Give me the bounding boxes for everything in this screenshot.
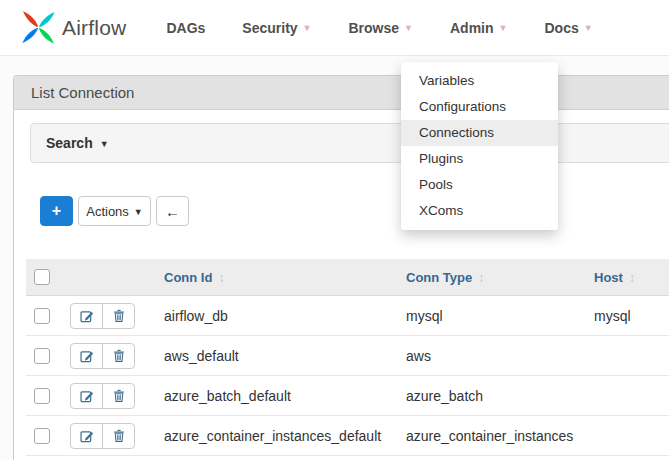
menu-item-configurations[interactable]: Configurations <box>401 94 558 120</box>
trash-icon <box>113 309 125 322</box>
nav-item-security[interactable]: Security ▼ <box>242 20 311 36</box>
host-cell: mysql <box>586 296 669 336</box>
connections-table-wrap: Conn Id↕ Conn Type↕ Host↕ airflow_dbmysq… <box>26 259 669 460</box>
conn-id-cell: azure_container_instances_default <box>156 416 398 456</box>
conn-type-cell: aws <box>398 336 586 376</box>
column-header-conn-id[interactable]: Conn Id↕ <box>156 259 398 296</box>
table-header-row: Conn Id↕ Conn Type↕ Host↕ <box>26 259 669 296</box>
add-record-button[interactable]: + <box>40 196 73 226</box>
nav-item-docs[interactable]: Docs ▼ <box>544 20 592 36</box>
host-cell <box>586 376 669 416</box>
row-actions-cell <box>64 456 156 460</box>
menu-item-connections[interactable]: Connections <box>401 120 558 146</box>
conn-id-cell: aws_default <box>156 336 398 376</box>
select-all-checkbox[interactable] <box>34 269 50 285</box>
panel-header: List Connection <box>14 76 669 110</box>
host-cell <box>586 336 669 376</box>
edit-record-button[interactable] <box>70 343 103 369</box>
toolbar: + Actions ▼ ← <box>40 196 189 226</box>
pencil-square-icon <box>80 389 94 403</box>
nav-menu: DAGs Security ▼ Browse ▼ Admin ▼ Docs ▼ <box>166 20 592 36</box>
trash-icon <box>113 349 125 362</box>
edit-record-button[interactable] <box>70 383 103 409</box>
menu-item-pools[interactable]: Pools <box>401 172 558 198</box>
delete-record-button[interactable] <box>102 383 135 409</box>
column-label: Host <box>594 270 623 285</box>
top-navbar: Airflow DAGs Security ▼ Browse ▼ Admin ▼… <box>0 0 669 56</box>
menu-item-plugins[interactable]: Plugins <box>401 146 558 172</box>
actions-header-cell <box>64 259 156 296</box>
row-select-cell <box>26 376 64 416</box>
delete-record-button[interactable] <box>102 343 135 369</box>
pencil-square-icon <box>80 309 94 323</box>
row-actions-cell <box>64 376 156 416</box>
nav-label: Admin <box>450 20 494 36</box>
airflow-brand[interactable]: Airflow <box>20 9 126 46</box>
delete-record-button[interactable] <box>102 303 135 329</box>
nav-label: Browse <box>349 20 400 36</box>
airflow-logo-icon <box>20 9 57 46</box>
table-row: azure_container_instances_defaultazure_c… <box>26 416 669 456</box>
conn-type-cell: azure_batch <box>398 376 586 416</box>
column-header-conn-type[interactable]: Conn Type↕ <box>398 259 586 296</box>
conn-id-cell <box>156 456 398 460</box>
plus-icon: + <box>52 202 61 220</box>
brand-title: Airflow <box>62 16 126 40</box>
back-button[interactable]: ← <box>156 196 189 226</box>
actions-label: Actions <box>86 204 129 219</box>
nav-label: Docs <box>544 20 578 36</box>
sort-icon[interactable]: ↕ <box>478 271 484 285</box>
nav-item-admin[interactable]: Admin ▼ <box>450 20 507 36</box>
menu-item-xcoms[interactable]: XComs <box>401 198 558 224</box>
column-header-host[interactable]: Host↕ <box>586 259 669 296</box>
connections-table: Conn Id↕ Conn Type↕ Host↕ airflow_dbmysq… <box>26 259 669 460</box>
column-label: Conn Id <box>164 270 212 285</box>
menu-item-variables[interactable]: Variables <box>401 68 558 94</box>
conn-id-cell: airflow_db <box>156 296 398 336</box>
select-all-cell <box>26 259 64 296</box>
conn-type-cell: mysql <box>398 296 586 336</box>
table-row-partial <box>26 456 669 460</box>
edit-record-button[interactable] <box>70 303 103 329</box>
table-row: azure_batch_defaultazure_batch <box>26 376 669 416</box>
row-checkbox[interactable] <box>34 428 50 444</box>
chevron-down-icon: ▼ <box>499 24 508 33</box>
search-collapse-toggle[interactable]: Search ▼ <box>30 123 669 163</box>
trash-icon <box>113 429 125 442</box>
row-select-cell <box>26 416 64 456</box>
chevron-down-icon: ▼ <box>303 24 312 33</box>
panel-body: Search ▼ + Actions ▼ ← C <box>14 110 669 460</box>
row-actions-cell <box>64 336 156 376</box>
pencil-square-icon <box>80 349 94 363</box>
row-actions-cell <box>64 416 156 456</box>
delete-record-button[interactable] <box>102 423 135 449</box>
trash-icon <box>113 389 125 402</box>
conn-id-cell: azure_batch_default <box>156 376 398 416</box>
host-cell <box>586 456 669 460</box>
nav-item-browse[interactable]: Browse ▼ <box>349 20 414 36</box>
chevron-down-icon: ▼ <box>584 24 593 33</box>
page-title: List Connection <box>31 84 134 101</box>
table-row: airflow_dbmysqlmysql <box>26 296 669 336</box>
pencil-square-icon <box>80 429 94 443</box>
row-select-cell <box>26 456 64 460</box>
actions-dropdown-button[interactable]: Actions ▼ <box>78 196 151 226</box>
row-checkbox[interactable] <box>34 308 50 324</box>
row-checkbox[interactable] <box>34 348 50 364</box>
column-label: Conn Type <box>406 270 472 285</box>
chevron-down-icon: ▼ <box>404 24 413 33</box>
conn-type-cell <box>398 456 586 460</box>
row-checkbox[interactable] <box>34 388 50 404</box>
nav-item-dags[interactable]: DAGs <box>166 20 205 36</box>
nav-label: Security <box>242 20 297 36</box>
row-actions-cell <box>64 296 156 336</box>
row-select-cell <box>26 296 64 336</box>
sort-icon[interactable]: ↕ <box>218 271 224 285</box>
admin-dropdown-menu: Variables Configurations Connections Plu… <box>401 62 558 230</box>
conn-type-cell: azure_container_instances <box>398 416 586 456</box>
chevron-down-icon: ▼ <box>134 208 143 217</box>
list-connection-panel: List Connection Search ▼ + Actions ▼ ← <box>13 75 669 460</box>
search-label: Search <box>46 135 93 151</box>
edit-record-button[interactable] <box>70 423 103 449</box>
sort-icon[interactable]: ↕ <box>629 271 635 285</box>
